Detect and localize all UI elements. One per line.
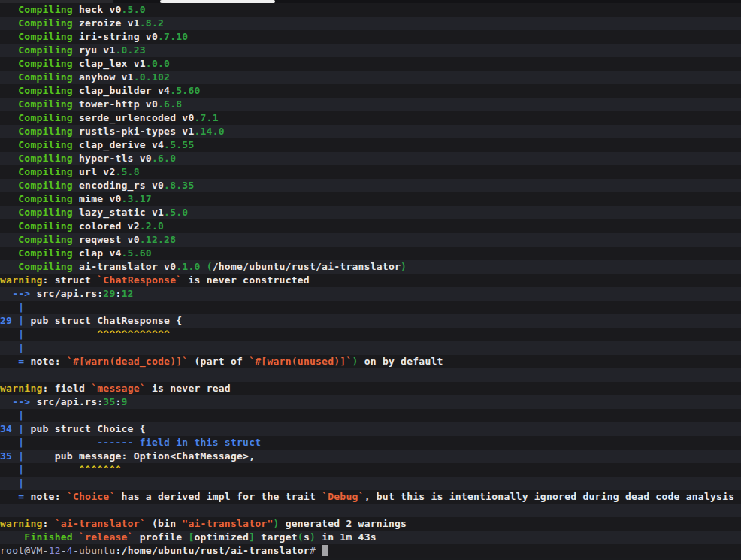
text-segment: 29: [103, 288, 115, 299]
text-segment: |: [18, 301, 24, 313]
text-segment: `ai-translator`: [55, 518, 146, 529]
terminal-line: Compiling hyper-tls v0.6.0: [0, 152, 741, 165]
text-segment: Compiling: [0, 44, 79, 56]
text-segment: .0.102: [134, 71, 170, 83]
text-segment: src/api.rs:: [36, 396, 103, 407]
text-segment: .12.28: [140, 234, 176, 245]
text-segment: hyper-tls v0: [79, 153, 152, 164]
text-segment: note:: [24, 356, 67, 367]
text-segment: 12: [49, 545, 61, 556]
text-segment: pub message: Option<ChatMessage>,: [24, 450, 255, 462]
text-segment: .6.8: [158, 98, 182, 110]
text-segment: |: [18, 342, 24, 353]
text-segment: Compiling: [0, 234, 79, 245]
terminal-line: |: [0, 409, 741, 422]
terminal-line: --> src/api.rs:29:12: [0, 287, 741, 301]
text-segment: Compiling: [0, 85, 79, 96]
text-segment: Finished: [24, 531, 73, 543]
text-segment: profile: [134, 531, 189, 543]
terminal-line: warning: `ai-translator` (bin "ai-transl…: [0, 517, 741, 531]
terminal-line: Compiling mime v0.3.17: [0, 192, 741, 206]
terminal-line: root@VM-12-4-ubuntu:/home/ubuntu/rust/ai…: [0, 544, 741, 558]
cursor[interactable]: [322, 545, 328, 556]
text-segment: Compiling: [0, 207, 79, 218]
text-segment: clap_lex v1: [79, 58, 146, 69]
terminal-line: Compiling zeroize v1.8.2: [0, 17, 741, 30]
text-segment: [0, 342, 18, 353]
text-segment: .1.0: [176, 261, 200, 272]
terminal-line: | ^^^^^^^^^^^^: [0, 328, 741, 341]
text-segment: pub struct Choice {: [24, 423, 146, 434]
text-segment: Compiling: [0, 193, 79, 204]
text-segment: |: [18, 477, 24, 489]
text-segment: .5.55: [164, 139, 194, 150]
text-segment: in 1m 43s: [316, 531, 377, 543]
text-segment: colored v2: [79, 220, 140, 232]
terminal-line: Compiling clap_lex v1.0.0: [0, 57, 741, 71]
text-segment: :: [43, 518, 55, 529]
terminal-line: Compiling rustls-pki-types v1.14.0: [0, 125, 741, 138]
text-segment: .0.0: [146, 58, 170, 69]
text-segment: -->: [12, 396, 36, 407]
text-segment: 35: [103, 396, 115, 407]
text-segment: [73, 531, 79, 543]
text-segment: target: [255, 531, 298, 543]
text-segment: note:: [24, 491, 67, 502]
text-segment: ------ field in this struct: [97, 437, 261, 448]
text-segment: [0, 437, 18, 448]
text-segment: has a derived impl for the trait: [115, 491, 322, 502]
terminal-line: Compiling encoding_rs v0.8.35: [0, 179, 741, 192]
text-segment: ): [352, 356, 358, 367]
terminal-line: Compiling clap v4.5.60: [0, 247, 741, 260]
text-segment: `ChatResponse`: [97, 274, 182, 286]
text-segment: [0, 464, 18, 475]
text-segment: ): [273, 518, 279, 529]
text-segment: `#[warn(dead_code)]`: [67, 356, 189, 367]
text-segment: root@VM-: [0, 545, 49, 556]
text-segment: serde_urlencoded v0: [79, 112, 194, 123]
text-segment: :: [115, 545, 121, 556]
text-segment: url v2: [79, 166, 115, 177]
text-segment: [24, 437, 97, 448]
text-segment: 9: [122, 396, 128, 407]
text-segment: optimized: [195, 531, 250, 543]
terminal-line: warning: field `message` is never read: [0, 382, 741, 395]
text-segment: [0, 301, 18, 313]
text-segment: [0, 396, 12, 407]
text-segment: iri-string v0: [79, 31, 158, 42]
text-segment: Compiling: [0, 71, 79, 83]
terminal-screen[interactable]: Compiling heck v0.5.0 Compiling zeroize …: [0, 0, 741, 560]
text-segment: rustls-pki-types v1: [79, 126, 194, 137]
text-segment: warning: [0, 518, 43, 529]
text-segment: 35: [0, 450, 12, 462]
text-segment: ai-translator v0: [79, 261, 176, 272]
text-segment: [: [188, 531, 194, 543]
text-segment: .2.0: [140, 220, 164, 232]
text-segment: 29: [0, 315, 12, 326]
text-segment: is never read: [146, 383, 231, 394]
text-segment: /home/ubuntu/rust/ai-translator: [122, 545, 310, 556]
terminal-line: |: [0, 301, 741, 314]
text-segment: clap_builder v4: [79, 85, 170, 96]
terminal-line: 35 | pub message: Option<ChatMessage>,: [0, 450, 741, 463]
text-segment: `message`: [91, 383, 146, 394]
text-segment: :: [115, 396, 121, 407]
text-segment: [0, 531, 24, 543]
terminal-line: Compiling serde_urlencoded v0.7.1: [0, 111, 741, 125]
text-segment: .5.0: [122, 4, 146, 15]
text-segment: [0, 410, 18, 421]
text-segment: Compiling: [0, 112, 79, 123]
text-segment: , but this is intentionally ignored duri…: [364, 491, 735, 502]
text-segment: Compiling: [0, 153, 79, 164]
terminal-line: Compiling clap_derive v4.5.55: [0, 138, 741, 152]
terminal-line: = note: `#[warn(dead_code)]` (part of `#…: [0, 355, 741, 368]
text-segment: .8.2: [140, 17, 164, 29]
text-segment: ryu v1: [79, 44, 115, 56]
text-segment: Compiling: [0, 58, 79, 69]
text-segment: `#[warn(unused)]`: [249, 356, 352, 367]
text-segment: Compiling: [0, 180, 79, 191]
text-segment: -->: [12, 288, 36, 299]
text-segment: is never constructed: [182, 274, 310, 286]
text-segment: (part of: [188, 356, 249, 367]
terminal-line: Compiling clap_builder v4.5.60: [0, 84, 741, 98]
